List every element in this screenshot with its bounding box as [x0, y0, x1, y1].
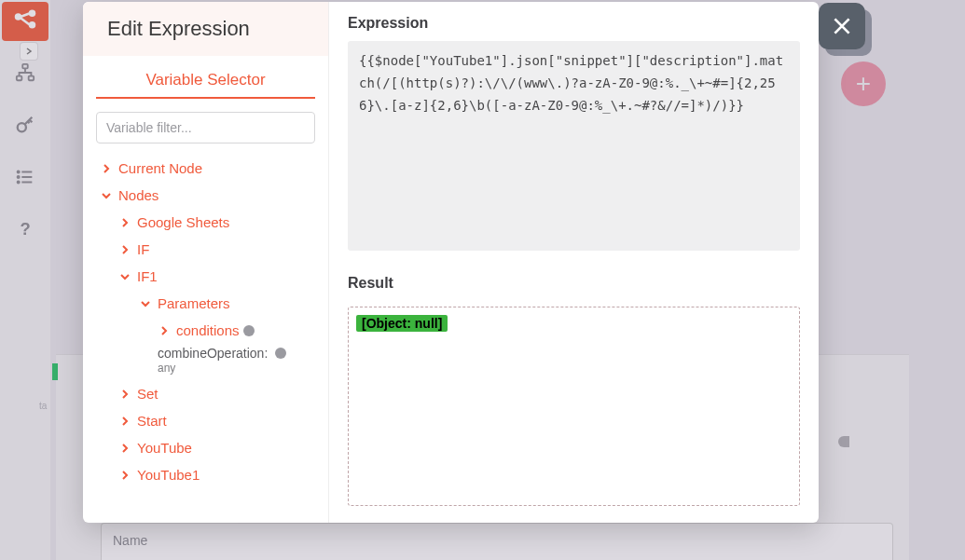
tree-combine-operation[interactable]: combineOperation:	[92, 344, 319, 361]
modal-title: Edit Expression	[107, 17, 306, 41]
close-icon	[830, 14, 854, 38]
tree-nodes[interactable]: Nodes	[92, 182, 319, 209]
expression-editor[interactable]: {{$node["YouTube1"].json["snippet"]["des…	[348, 41, 800, 251]
tree-if[interactable]: IF	[92, 236, 319, 263]
chevron-right-icon	[118, 469, 131, 482]
combine-operation-val: any	[92, 362, 319, 375]
tree-label: IF1	[137, 268, 158, 284]
chevron-down-icon	[118, 270, 131, 283]
chevron-down-icon	[139, 297, 152, 310]
modal-header: Edit Expression	[83, 2, 328, 56]
result-badge: [Object: null]	[356, 315, 448, 332]
indicator-dot-icon	[243, 325, 255, 336]
tree-label: IF	[137, 241, 149, 257]
tree-google-sheets[interactable]: Google Sheets	[92, 209, 319, 236]
variable-tree: Current Node Nodes Google Sheets IF IF1	[83, 151, 328, 523]
chevron-right-icon	[100, 162, 113, 175]
tab-variable-selector[interactable]: Variable Selector	[96, 56, 315, 99]
result-output: [Object: null]	[348, 307, 800, 506]
combine-operation-key: combineOperation:	[158, 346, 268, 361]
tree-current-node[interactable]: Current Node	[92, 155, 319, 182]
chevron-right-icon	[118, 388, 131, 401]
tree-label: Current Node	[118, 160, 202, 176]
chevron-right-icon	[118, 243, 131, 256]
modal-left-panel: Edit Expression Variable Selector Curren…	[83, 2, 329, 523]
tree-parameters[interactable]: Parameters	[92, 290, 319, 317]
tree-youtube[interactable]: YouTube	[92, 434, 319, 461]
tree-start[interactable]: Start	[92, 407, 319, 434]
tree-youtube1[interactable]: YouTube1	[92, 461, 319, 488]
chevron-right-icon	[118, 216, 131, 229]
tree-if1[interactable]: IF1	[92, 263, 319, 290]
tree-label: Nodes	[118, 187, 159, 203]
edit-expression-modal: Edit Expression Variable Selector Curren…	[83, 2, 819, 523]
tree-conditions[interactable]: conditions	[92, 317, 319, 344]
modal-close-button[interactable]	[819, 3, 865, 49]
tree-label: conditions	[176, 322, 240, 338]
tree-label: Google Sheets	[137, 214, 229, 230]
tree-label: Set	[137, 386, 159, 402]
chevron-down-icon	[100, 189, 113, 202]
result-label: Result	[348, 275, 800, 292]
chevron-right-icon	[158, 324, 171, 337]
variable-filter-input[interactable]	[96, 112, 315, 143]
tree-set[interactable]: Set	[92, 380, 319, 407]
tree-label: Start	[137, 413, 167, 429]
chevron-right-icon	[118, 442, 131, 455]
expression-label: Expression	[348, 15, 800, 32]
tree-label: YouTube1	[137, 467, 200, 483]
modal-right-panel: Expression {{$node["YouTube1"].json["sni…	[329, 2, 819, 523]
tree-label: Parameters	[158, 295, 230, 311]
indicator-dot-icon	[275, 348, 286, 359]
tree-label: YouTube	[137, 440, 192, 456]
chevron-right-icon	[118, 415, 131, 428]
